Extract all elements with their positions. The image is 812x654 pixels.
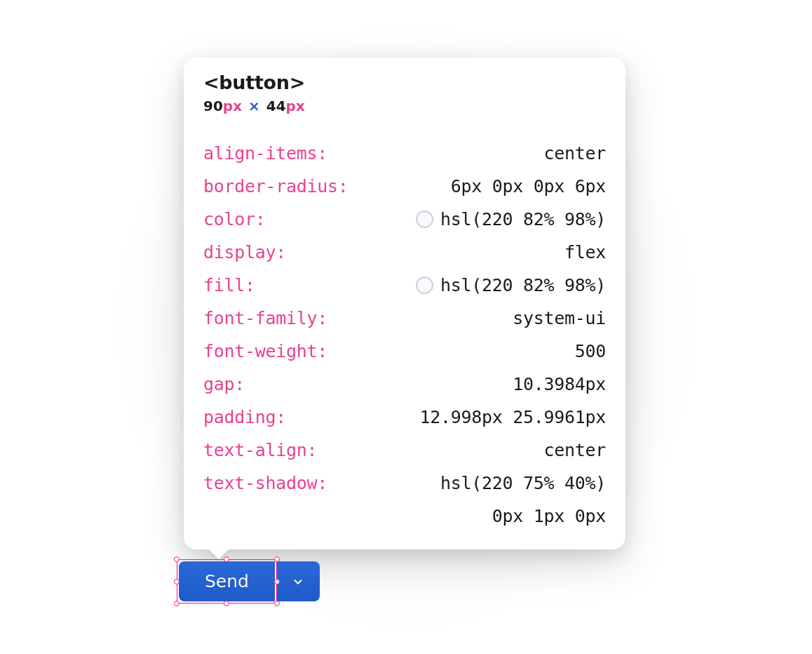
send-button-label: Send — [205, 571, 249, 592]
element-dimensions: 90px × 44px — [203, 98, 606, 114]
css-property-value: hsl(220 75% 40%)0px 1px 0px — [440, 467, 606, 533]
css-property-name: text-shadow: — [203, 467, 327, 500]
resize-handle[interactable] — [174, 579, 180, 585]
dimension-separator: × — [248, 98, 260, 114]
color-swatch — [416, 276, 433, 294]
dimension-width: 90 — [203, 98, 223, 114]
css-property-row: display:flex — [203, 236, 606, 269]
css-property-value: center — [543, 434, 606, 467]
resize-handle[interactable] — [174, 556, 180, 562]
element-tag: <button> — [203, 72, 606, 93]
css-property-row: align-items:center — [203, 137, 606, 170]
css-property-name: text-align: — [203, 434, 317, 467]
css-property-value: center — [543, 137, 606, 170]
css-property-row: border-radius:6px 0px 0px 6px — [203, 170, 606, 203]
dimension-height: 44 — [266, 98, 286, 114]
css-property-row: font-family:system-ui — [203, 302, 606, 335]
css-property-row: font-weight:500 — [203, 335, 606, 368]
css-property-name: align-items: — [203, 137, 327, 170]
css-property-name: font-weight: — [203, 335, 327, 368]
css-property-row: color:hsl(220 82% 98%) — [203, 203, 606, 236]
css-property-name: display: — [203, 236, 286, 269]
css-property-value: hsl(220 82% 98%) — [416, 203, 606, 236]
send-button[interactable]: Send — [179, 561, 275, 601]
css-property-row: gap:10.3984px — [203, 368, 606, 401]
css-property-name: gap: — [203, 368, 245, 401]
css-property-value: 6px 0px 0px 6px — [451, 170, 606, 203]
dimension-width-unit: px — [223, 98, 242, 114]
send-button-group: Send — [179, 561, 320, 601]
css-property-row: text-shadow:hsl(220 75% 40%)0px 1px 0px — [203, 467, 606, 533]
css-property-name: font-family: — [203, 302, 327, 335]
tooltip-tail — [209, 549, 229, 559]
resize-handle[interactable] — [174, 601, 180, 606]
css-property-value: flex — [564, 236, 606, 269]
dimension-height-unit: px — [286, 98, 305, 114]
css-property-name: border-radius: — [203, 170, 349, 203]
css-property-value: 12.998px 25.9961px — [419, 401, 606, 434]
css-property-row: padding:12.998px 25.9961px — [203, 401, 606, 434]
css-property-value: 10.3984px — [513, 368, 606, 401]
css-property-value: 500 — [575, 335, 606, 368]
color-swatch — [416, 211, 433, 228]
css-inspector-tooltip: <button> 90px × 44px align-items:centerb… — [184, 58, 625, 549]
send-dropdown-button[interactable] — [276, 561, 320, 601]
chevron-down-icon — [291, 575, 305, 589]
css-property-name: padding: — [203, 401, 286, 434]
css-property-value: system-ui — [513, 302, 606, 335]
css-property-name: fill: — [203, 269, 255, 302]
resize-handle[interactable] — [274, 601, 280, 606]
resize-handle[interactable] — [224, 601, 229, 606]
css-property-name: color: — [203, 203, 266, 236]
css-property-row: fill:hsl(220 82% 98%) — [203, 269, 606, 302]
css-property-value: hsl(220 82% 98%) — [416, 269, 606, 302]
css-property-row: text-align:center — [203, 434, 606, 467]
